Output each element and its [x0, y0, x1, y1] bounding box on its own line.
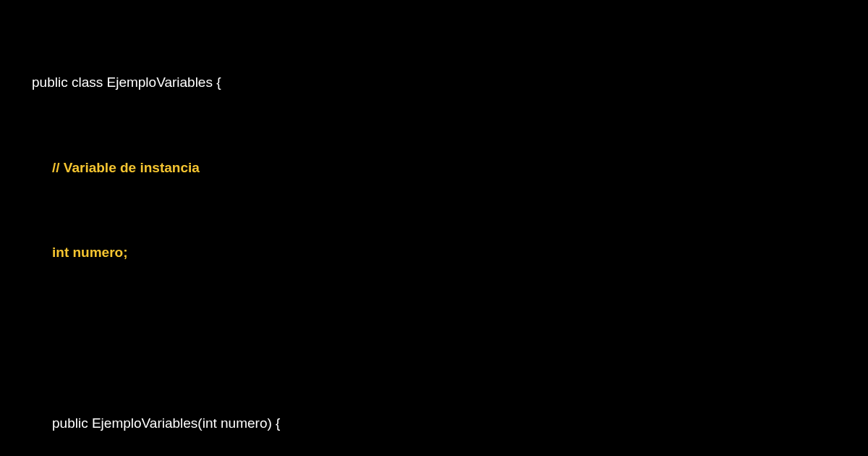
- code-line: public EjemploVariables(int numero) {: [32, 413, 836, 434]
- code-line-highlight: int numero;: [32, 242, 836, 263]
- java-code-snippet: public class EjemploVariables { // Varia…: [32, 29, 836, 456]
- blank-line: [32, 327, 836, 348]
- code-line-highlight: // Variable de instancia: [32, 157, 836, 178]
- code-line: public class EjemploVariables {: [32, 72, 836, 93]
